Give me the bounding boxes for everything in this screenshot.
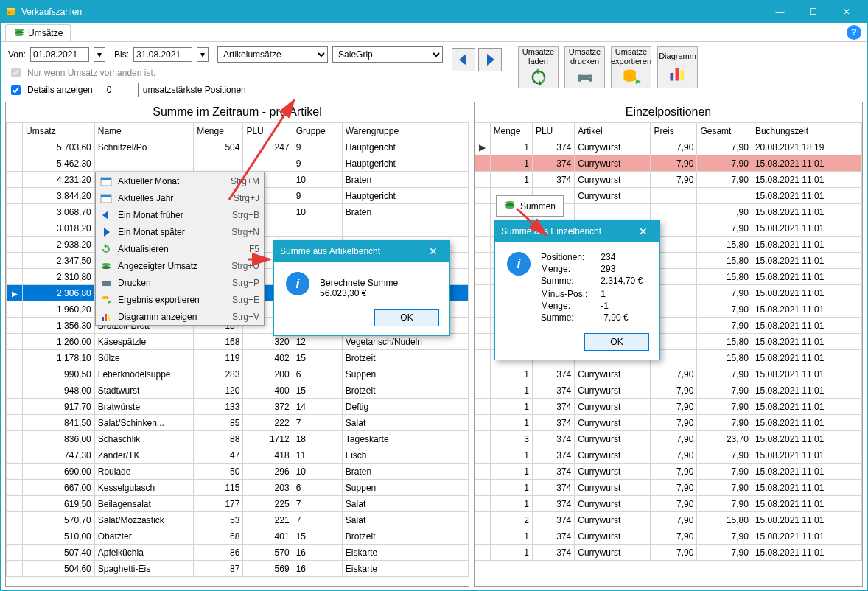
cell: -7,90 [697,155,752,172]
table-row[interactable]: 510,00Obatzter6840115Brotzeit [7,528,469,545]
cell [94,155,193,172]
table-row[interactable]: 1374Currywurst7,907,9015.08.2021 11:01 [475,382,862,399]
menu-item[interactable]: Aktueller MonatStrg+M [96,172,264,189]
dialog-titlebar[interactable]: Summe aus Artikelbericht ✕ [274,241,449,262]
svg-rect-18 [101,178,111,180]
table-row[interactable]: 990,50Leberknödelsuppe2832006Suppen [7,366,469,382]
von-date-input[interactable] [30,47,89,62]
table-row[interactable]: 1374Currywurst7,907,9015.08.2021 11:01 [475,464,862,480]
table-row[interactable]: 5.462,309Hauptgericht [7,155,469,172]
menu-item-shortcut: Strg+J [234,193,259,203]
minimize-button[interactable]: ― [763,1,797,23]
column-header[interactable]: Buchungszeit [752,123,861,139]
report-type-select[interactable]: Artikelumsätze [217,46,328,63]
export-button[interactable]: Umsätze exportieren [611,46,651,88]
von-date-dropdown[interactable]: ▾ [94,47,105,62]
cell: Currywurst [575,464,651,480]
table-row[interactable]: 619,50Beilagensalat1772257Salat [7,496,469,512]
chart-button[interactable]: Diagramm [657,46,698,88]
menu-item[interactable]: Ein Monat späterStrg+N [96,223,264,240]
row-marker [7,545,23,561]
table-row[interactable]: ▶1374Currywurst7,907,9020.08.2021 18:19 [475,139,862,155]
bis-date-dropdown[interactable]: ▾ [197,47,209,62]
cell: 836,00 [23,431,95,447]
bis-date-input[interactable] [133,47,192,62]
table-row[interactable]: 836,00Schaschlik88171218Tageskarte [7,431,469,447]
summen-tooltip[interactable]: Summen [496,195,564,217]
column-header[interactable]: Warengruppe [342,123,468,139]
column-header[interactable]: PLU [243,123,293,139]
menu-item[interactable]: Ein Monat früherStrg+B [96,206,264,223]
cell: 667,00 [23,480,95,496]
table-row[interactable]: 917,70Bratwürste13337214Deftig [7,399,469,415]
column-header[interactable]: PLU [532,123,574,139]
cell: 7,90 [697,318,752,334]
table-row[interactable]: 507,40Apfelküchla8657016Eiskarte [7,545,469,561]
table-row[interactable]: 690,00Roulade5029610Braten [7,464,469,480]
load-button[interactable]: Umsätze laden [518,46,559,88]
cell: Beilagensalat [94,496,193,512]
column-header[interactable]: Preis [651,123,697,139]
column-header[interactable]: Artikel [575,123,651,139]
menu-item[interactable]: Ergebnis exportierenStrg+E [96,291,264,308]
dialog-titlebar[interactable]: Summe aus Einzelbericht ✕ [495,221,659,242]
column-header[interactable]: Name [94,123,193,139]
column-header[interactable]: Menge [490,123,532,139]
cell: Braten [342,464,468,480]
column-header[interactable]: Gruppe [293,123,342,139]
table-row[interactable]: 841,50Salat/Schinken...852227Salat [7,415,469,431]
tab-umsaetze[interactable]: Umsätze [5,24,71,41]
cell: 7,90 [697,480,752,496]
ok-button[interactable]: OK [584,333,649,351]
table-row[interactable]: 1374Currywurst7,907,9015.08.2021 11:01 [475,366,862,382]
export-icon [100,294,112,306]
print-button[interactable]: Umsätze drucken [564,46,605,88]
menu-item[interactable]: Diagramm anzeigenStrg+V [96,308,264,325]
menu-item[interactable]: Aktuelles JahrStrg+J [96,189,264,206]
table-row[interactable]: 1374Currywurst7,907,9015.08.2021 11:01 [475,528,862,545]
group-select[interactable]: SaleGrip [332,46,443,63]
column-header[interactable]: Gesamt [697,123,752,139]
top-n-input[interactable] [105,83,139,97]
details-checkbox[interactable] [11,85,21,95]
table-row[interactable]: 504,60Spaghetti-Eis8756916Eiskarte [7,561,469,577]
table-row[interactable]: -1374Currywurst7,90-7,9015.08.2021 11:01 [475,155,862,172]
table-row[interactable]: 3374Currywurst7,9023,7015.08.2021 11:01 [475,431,862,447]
table-row[interactable]: 1374Currywurst7,907,9015.08.2021 11:01 [475,496,862,512]
table-row[interactable]: 1374Currywurst7,907,9015.08.2021 11:01 [475,545,862,561]
dialog-close-icon[interactable]: ✕ [633,225,654,237]
table-row[interactable]: 570,70Salat/Mozzastick532217Salat [7,512,469,528]
cell: 6 [293,480,342,496]
ok-button[interactable]: OK [374,309,439,326]
table-row[interactable]: 1374Currywurst7,907,9015.08.2021 11:01 [475,415,862,431]
menu-item[interactable]: AktualisierenF5 [96,240,264,257]
cell: Salat [342,512,468,528]
table-row[interactable]: 1374Currywurst7,907,9015.08.2021 11:01 [475,480,862,496]
column-header[interactable]: Menge [194,123,243,139]
prev-button[interactable] [452,48,475,71]
next-button[interactable] [478,48,502,71]
cell: Currywurst [575,512,651,528]
database-export-icon [621,67,642,88]
window-title: Verkaufszahlen [21,7,763,17]
help-button[interactable]: ? [847,25,861,40]
menu-item[interactable]: DruckenStrg+P [96,274,264,291]
dialog-close-icon[interactable]: ✕ [423,245,444,257]
cell: 15.08.2021 11:01 [752,269,861,285]
table-row[interactable]: 1374Currywurst7,907,9015.08.2021 11:01 [475,447,862,464]
table-row[interactable]: 948,00Stadtwurst12040015Brotzeit [7,382,469,399]
table-row[interactable]: 2374Currywurst7,9015,8015.08.2021 11:01 [475,512,862,528]
maximize-button[interactable]: ☐ [797,1,830,23]
table-row[interactable]: 747,30Zander/TK4741811Fisch [7,447,469,464]
menu-item[interactable]: Angezeigter UmsatzStrg+U [96,257,264,274]
table-row[interactable]: 667,00Kesselgulasch1152036Suppen [7,480,469,496]
svg-rect-9 [581,70,589,74]
titlebar[interactable]: Verkaufszahlen ― ☐ ✕ [1,1,867,23]
column-header[interactable]: Umsatz [23,123,95,139]
table-row[interactable]: 5.703,60Schnitzel/Po5042479Hauptgericht [7,139,469,155]
app-window: Verkaufszahlen ― ☐ ✕ Umsätze ? Von: ▾ Bi… [0,0,868,591]
close-button[interactable]: ✕ [830,1,863,23]
table-row[interactable]: 1374Currywurst7,907,9015.08.2021 11:01 [475,172,862,188]
table-row[interactable]: 1374Currywurst7,907,9015.08.2021 11:01 [475,399,862,415]
table-row[interactable]: 1.178,10Sülze11940215Brotzeit [7,350,469,366]
